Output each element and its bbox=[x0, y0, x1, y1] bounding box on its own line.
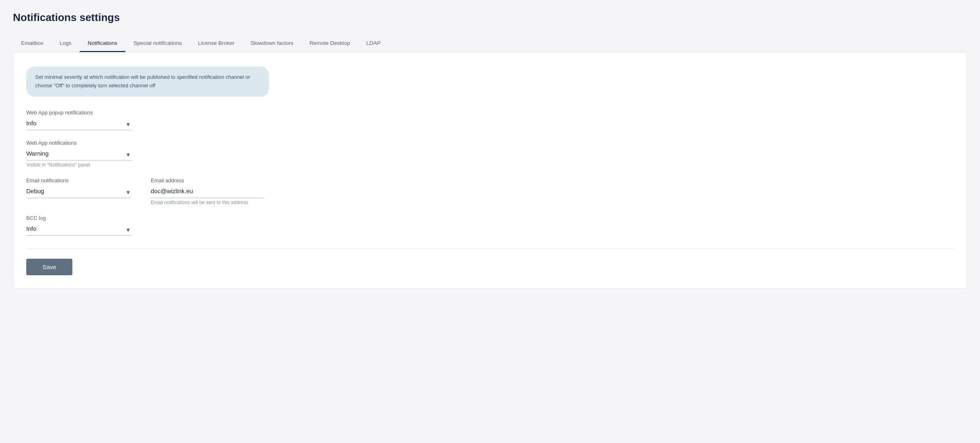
tab-special-notifications[interactable]: Special notifications bbox=[125, 35, 190, 52]
bcc-log-select-wrapper: Off Debug Info Warning Error ▾ bbox=[26, 224, 131, 236]
form-divider bbox=[26, 249, 954, 249]
tab-notifications[interactable]: Notifications bbox=[80, 35, 126, 52]
email-address-group: Email address Email notifications will b… bbox=[151, 177, 272, 205]
tab-logs[interactable]: Logs bbox=[52, 35, 80, 52]
tab-remote-desktop[interactable]: Remote Desktop bbox=[302, 35, 359, 52]
web-app-notifications-section: Web App notifications Off Debug Info War… bbox=[26, 140, 954, 168]
web-app-notifications-group: Web App notifications Off Debug Info War… bbox=[26, 140, 954, 168]
bcc-log-label: BCC log bbox=[26, 215, 954, 221]
email-row: Email notifications Off Debug Info Warni… bbox=[26, 177, 954, 205]
email-section: Email notifications Off Debug Info Warni… bbox=[26, 177, 954, 205]
bcc-log-select[interactable]: Off Debug Info Warning Error bbox=[26, 224, 131, 236]
content-card: Set minimal severity at which notificati… bbox=[13, 52, 967, 289]
web-app-notifications-helper: Visible in "Notifications" panel bbox=[26, 162, 954, 168]
email-address-helper: Email notifications will be sent to this… bbox=[151, 200, 272, 205]
email-notifications-label: Email notifications bbox=[26, 177, 131, 184]
bcc-log-section: BCC log Off Debug Info Warning Error ▾ bbox=[26, 215, 954, 236]
tab-emailbox[interactable]: Emailbox bbox=[13, 35, 52, 52]
email-notifications-group: Email notifications Off Debug Info Warni… bbox=[26, 177, 131, 198]
tab-ldap[interactable]: LDAP bbox=[358, 35, 389, 52]
web-app-popup-group: Web App popup notifications Off Debug In… bbox=[26, 110, 954, 130]
tab-slowdown-factors[interactable]: Slowdown factors bbox=[243, 35, 302, 52]
web-app-notifications-select-wrapper: Off Debug Info Warning Error ▾ bbox=[26, 148, 131, 160]
bcc-log-group: BCC log Off Debug Info Warning Error ▾ bbox=[26, 215, 954, 236]
page-title: Notifications settings bbox=[13, 11, 967, 24]
email-notifications-select[interactable]: Off Debug Info Warning Error bbox=[26, 186, 131, 198]
email-address-input[interactable] bbox=[151, 186, 264, 198]
web-app-popup-select-wrapper: Off Debug Info Warning Error ▾ bbox=[26, 118, 131, 130]
web-app-popup-select[interactable]: Off Debug Info Warning Error bbox=[26, 118, 131, 130]
tab-license-broker[interactable]: License Broker bbox=[190, 35, 243, 52]
info-box-text: Set minimal severity at which notificati… bbox=[35, 74, 250, 89]
tabs-bar: Emailbox Logs Notifications Special noti… bbox=[13, 35, 967, 52]
email-notifications-select-wrapper: Off Debug Info Warning Error ▾ bbox=[26, 186, 131, 198]
email-address-label: Email address bbox=[151, 177, 272, 184]
page: Notifications settings Emailbox Logs Not… bbox=[0, 0, 980, 443]
web-app-notifications-label: Web App notifications bbox=[26, 140, 954, 146]
web-app-popup-section: Web App popup notifications Off Debug In… bbox=[26, 110, 954, 130]
web-app-notifications-select[interactable]: Off Debug Info Warning Error bbox=[26, 148, 131, 160]
save-button[interactable]: Save bbox=[26, 259, 72, 275]
info-box: Set minimal severity at which notificati… bbox=[26, 67, 269, 97]
web-app-popup-label: Web App popup notifications bbox=[26, 110, 954, 116]
